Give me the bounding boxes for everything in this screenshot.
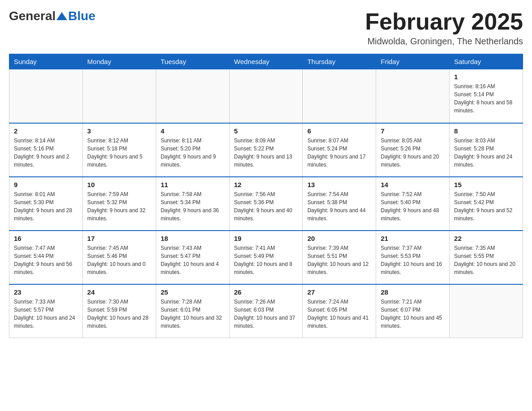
day-number: 14	[381, 181, 445, 188]
day-number: 16	[14, 235, 78, 242]
day-number: 3	[87, 127, 151, 135]
day-info: Sunrise: 7:56 AMSunset: 5:36 PMDaylight:…	[234, 190, 298, 223]
calendar-title: February 2025	[365, 9, 523, 34]
day-info: Sunrise: 8:14 AMSunset: 5:16 PMDaylight:…	[14, 137, 78, 169]
day-number: 20	[307, 235, 371, 242]
header-sunday: Sunday	[9, 54, 83, 69]
day-number: 18	[161, 235, 225, 242]
day-number: 28	[381, 288, 445, 296]
day-info: Sunrise: 7:45 AMSunset: 5:46 PMDaylight:…	[87, 244, 151, 276]
day-info: Sunrise: 8:03 AMSunset: 5:28 PMDaylight:…	[454, 137, 518, 169]
day-number: 12	[234, 181, 298, 188]
day-info: Sunrise: 7:24 AMSunset: 6:05 PMDaylight:…	[307, 298, 371, 330]
calendar-cell	[376, 69, 450, 123]
header-friday: Friday	[376, 54, 450, 69]
calendar-cell: 2Sunrise: 8:14 AMSunset: 5:16 PMDaylight…	[9, 123, 83, 177]
day-number: 26	[234, 288, 298, 296]
day-info: Sunrise: 7:39 AMSunset: 5:51 PMDaylight:…	[307, 244, 371, 276]
logo-triangle-icon	[56, 12, 67, 20]
calendar-cell: 12Sunrise: 7:56 AMSunset: 5:36 PMDayligh…	[229, 177, 303, 231]
day-info: Sunrise: 7:50 AMSunset: 5:42 PMDaylight:…	[454, 190, 518, 223]
header-tuesday: Tuesday	[156, 54, 229, 69]
calendar-cell: 17Sunrise: 7:45 AMSunset: 5:46 PMDayligh…	[82, 231, 156, 284]
calendar-cell	[450, 284, 523, 338]
day-info: Sunrise: 7:43 AMSunset: 5:47 PMDaylight:…	[161, 244, 225, 276]
calendar-cell: 1Sunrise: 8:16 AMSunset: 5:14 PMDaylight…	[450, 69, 523, 123]
day-number: 13	[307, 181, 371, 188]
day-number: 23	[14, 288, 78, 296]
calendar-cell: 20Sunrise: 7:39 AMSunset: 5:51 PMDayligh…	[303, 231, 376, 284]
calendar-cell: 11Sunrise: 7:58 AMSunset: 5:34 PMDayligh…	[156, 177, 229, 231]
header-wednesday: Wednesday	[229, 54, 303, 69]
day-number: 22	[454, 235, 518, 242]
header-saturday: Saturday	[450, 54, 523, 69]
header-monday: Monday	[82, 54, 156, 69]
day-info: Sunrise: 7:28 AMSunset: 6:01 PMDaylight:…	[161, 298, 225, 330]
day-info: Sunrise: 7:58 AMSunset: 5:34 PMDaylight:…	[161, 190, 225, 223]
day-number: 4	[161, 127, 225, 135]
day-info: Sunrise: 8:01 AMSunset: 5:30 PMDaylight:…	[14, 190, 78, 223]
logo-general-text: General	[9, 9, 56, 23]
calendar-cell	[229, 69, 303, 123]
calendar-cell: 10Sunrise: 7:59 AMSunset: 5:32 PMDayligh…	[82, 177, 156, 231]
calendar-cell: 7Sunrise: 8:05 AMSunset: 5:26 PMDaylight…	[376, 123, 450, 177]
day-number: 8	[454, 127, 518, 135]
calendar-cell: 28Sunrise: 7:21 AMSunset: 6:07 PMDayligh…	[376, 284, 450, 338]
day-info: Sunrise: 7:37 AMSunset: 5:53 PMDaylight:…	[381, 244, 445, 276]
calendar-cell: 27Sunrise: 7:24 AMSunset: 6:05 PMDayligh…	[303, 284, 376, 338]
day-info: Sunrise: 8:07 AMSunset: 5:24 PMDaylight:…	[307, 137, 371, 169]
day-info: Sunrise: 7:33 AMSunset: 5:57 PMDaylight:…	[14, 298, 78, 330]
calendar-cell: 16Sunrise: 7:47 AMSunset: 5:44 PMDayligh…	[9, 231, 83, 284]
day-number: 5	[234, 127, 298, 135]
calendar-week-row: 1Sunrise: 8:16 AMSunset: 5:14 PMDaylight…	[9, 69, 523, 123]
calendar-cell	[9, 69, 83, 123]
calendar-cell: 23Sunrise: 7:33 AMSunset: 5:57 PMDayligh…	[9, 284, 83, 338]
calendar-cell: 8Sunrise: 8:03 AMSunset: 5:28 PMDaylight…	[450, 123, 523, 177]
day-info: Sunrise: 8:11 AMSunset: 5:20 PMDaylight:…	[161, 137, 225, 169]
logo-area: General Blue	[9, 9, 95, 23]
day-info: Sunrise: 8:05 AMSunset: 5:26 PMDaylight:…	[381, 137, 445, 169]
calendar-cell: 13Sunrise: 7:54 AMSunset: 5:38 PMDayligh…	[303, 177, 376, 231]
calendar-week-row: 23Sunrise: 7:33 AMSunset: 5:57 PMDayligh…	[9, 284, 523, 338]
calendar-header-row: SundayMondayTuesdayWednesdayThursdayFrid…	[9, 54, 523, 69]
calendar-week-row: 2Sunrise: 8:14 AMSunset: 5:16 PMDaylight…	[9, 123, 523, 177]
day-number: 25	[161, 288, 225, 296]
day-info: Sunrise: 8:16 AMSunset: 5:14 PMDaylight:…	[454, 82, 518, 115]
day-info: Sunrise: 7:26 AMSunset: 6:03 PMDaylight:…	[234, 298, 298, 330]
calendar-cell: 3Sunrise: 8:12 AMSunset: 5:18 PMDaylight…	[82, 123, 156, 177]
day-info: Sunrise: 7:21 AMSunset: 6:07 PMDaylight:…	[381, 298, 445, 330]
calendar-cell: 25Sunrise: 7:28 AMSunset: 6:01 PMDayligh…	[156, 284, 229, 338]
day-number: 10	[87, 181, 151, 188]
logo: General Blue	[9, 9, 95, 23]
title-area: February 2025 Midwolda, Groningen, The N…	[365, 9, 523, 47]
day-number: 15	[454, 181, 518, 188]
calendar-subtitle: Midwolda, Groningen, The Netherlands	[365, 36, 523, 47]
day-info: Sunrise: 7:30 AMSunset: 5:59 PMDaylight:…	[87, 298, 151, 330]
day-info: Sunrise: 7:41 AMSunset: 5:49 PMDaylight:…	[234, 244, 298, 276]
calendar-week-row: 9Sunrise: 8:01 AMSunset: 5:30 PMDaylight…	[9, 177, 523, 231]
calendar-cell: 5Sunrise: 8:09 AMSunset: 5:22 PMDaylight…	[229, 123, 303, 177]
day-info: Sunrise: 7:59 AMSunset: 5:32 PMDaylight:…	[87, 190, 151, 223]
day-info: Sunrise: 8:09 AMSunset: 5:22 PMDaylight:…	[234, 137, 298, 169]
calendar-cell: 18Sunrise: 7:43 AMSunset: 5:47 PMDayligh…	[156, 231, 229, 284]
calendar-cell: 4Sunrise: 8:11 AMSunset: 5:20 PMDaylight…	[156, 123, 229, 177]
day-number: 7	[381, 127, 445, 135]
calendar-cell: 6Sunrise: 8:07 AMSunset: 5:24 PMDaylight…	[303, 123, 376, 177]
day-info: Sunrise: 7:35 AMSunset: 5:55 PMDaylight:…	[454, 244, 518, 276]
day-number: 19	[234, 235, 298, 242]
day-info: Sunrise: 8:12 AMSunset: 5:18 PMDaylight:…	[87, 137, 151, 169]
calendar-cell: 15Sunrise: 7:50 AMSunset: 5:42 PMDayligh…	[450, 177, 523, 231]
day-number: 27	[307, 288, 371, 296]
page-header: General Blue February 2025 Midwolda, Gro…	[9, 9, 523, 47]
day-number: 21	[381, 235, 445, 242]
day-number: 9	[14, 181, 78, 188]
calendar-cell	[156, 69, 229, 123]
day-info: Sunrise: 7:52 AMSunset: 5:40 PMDaylight:…	[381, 190, 445, 223]
calendar-cell: 21Sunrise: 7:37 AMSunset: 5:53 PMDayligh…	[376, 231, 450, 284]
calendar-cell	[82, 69, 156, 123]
logo-blue-text: Blue	[68, 9, 95, 23]
day-info: Sunrise: 7:47 AMSunset: 5:44 PMDaylight:…	[14, 244, 78, 276]
calendar-cell: 24Sunrise: 7:30 AMSunset: 5:59 PMDayligh…	[82, 284, 156, 338]
header-thursday: Thursday	[303, 54, 376, 69]
day-number: 17	[87, 235, 151, 242]
